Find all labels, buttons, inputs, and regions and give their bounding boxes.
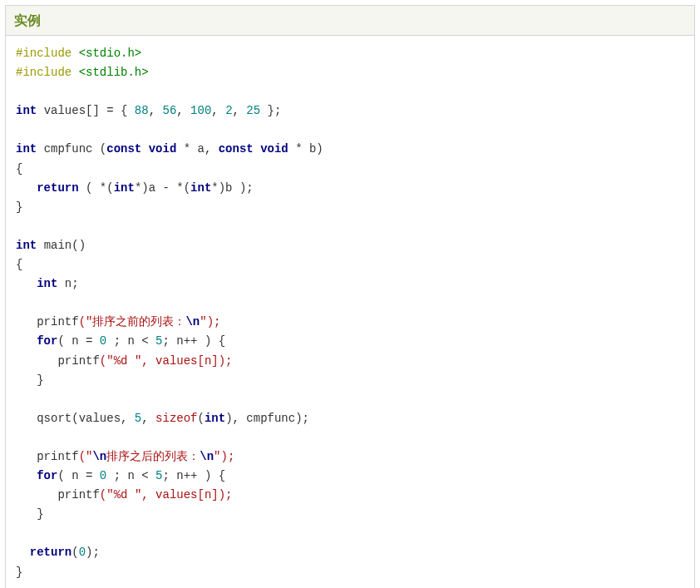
cmp-paren-open: ( bbox=[92, 142, 106, 156]
array-close: }; bbox=[260, 104, 281, 117]
comma4: , bbox=[233, 104, 247, 117]
comma3: , bbox=[211, 104, 225, 117]
str-open-1: (" bbox=[79, 315, 93, 329]
comma1: , bbox=[149, 104, 163, 117]
num-100: 100 bbox=[190, 104, 211, 117]
indent-2 bbox=[16, 277, 37, 290]
num-0c: 0 bbox=[79, 546, 86, 559]
kw-sizeof: sizeof bbox=[155, 412, 197, 425]
brace-close-for2: } bbox=[37, 507, 43, 521]
for-open-2: ( n = bbox=[57, 469, 99, 482]
indent-7 bbox=[16, 412, 37, 425]
qs-int-open: ( bbox=[198, 412, 205, 425]
qs-open: (values, bbox=[71, 412, 135, 425]
kw-const-1: const bbox=[106, 142, 141, 156]
str-text-1: 排序之前的列表： bbox=[92, 315, 185, 329]
array-open: [] = { bbox=[86, 104, 135, 117]
num-2: 2 bbox=[225, 104, 232, 117]
cmp-a: * a, bbox=[176, 142, 218, 156]
kw-int-2: int bbox=[16, 142, 37, 156]
ret-expr-1: ( *( bbox=[79, 181, 114, 195]
for-end-1: ; n++ ) { bbox=[162, 334, 225, 348]
brace-open-2: { bbox=[16, 258, 22, 271]
preproc-include-1: #include bbox=[16, 47, 71, 60]
include-header-2: <stdlib.h> bbox=[79, 66, 149, 79]
str-close-1: "); bbox=[200, 315, 220, 329]
call-printf-2: printf bbox=[57, 354, 99, 368]
num-0a: 0 bbox=[100, 334, 106, 348]
kw-void-1: void bbox=[149, 142, 177, 156]
for-end-2: ; n++ ) { bbox=[162, 469, 225, 482]
kw-const-2: const bbox=[219, 142, 254, 156]
cmp-b: * b) bbox=[288, 142, 323, 156]
indent-8 bbox=[16, 450, 37, 463]
str-open-2: (" bbox=[100, 354, 114, 368]
id-values: values bbox=[44, 104, 86, 117]
esc-n-1: \n bbox=[185, 315, 200, 329]
indent-10 bbox=[16, 488, 57, 502]
qs-comma: , bbox=[141, 412, 155, 425]
indent-6 bbox=[16, 373, 37, 387]
kw-int-3: int bbox=[16, 239, 37, 252]
example-title: 实例 bbox=[6, 6, 694, 36]
comma2: , bbox=[176, 104, 190, 117]
call-printf-1: printf bbox=[37, 315, 78, 329]
ret-mid-2: *)b ); bbox=[211, 181, 253, 195]
kw-return-1: return bbox=[37, 181, 78, 195]
esc-n-3: \n bbox=[200, 450, 214, 463]
decl-n: n; bbox=[57, 277, 78, 290]
ret-mid-1: *)a - *( bbox=[135, 181, 190, 195]
kw-void-2: void bbox=[260, 142, 288, 156]
cast-int-2: int bbox=[190, 181, 211, 195]
id-main: main bbox=[44, 239, 72, 252]
indent-9 bbox=[16, 469, 37, 482]
str-close-2: ", values[n]); bbox=[135, 354, 233, 368]
indent-3 bbox=[16, 315, 37, 329]
example-container: 实例 #include <stdio.h> #include <stdlib.h… bbox=[5, 5, 695, 588]
num-56: 56 bbox=[162, 104, 176, 117]
brace-close-for1: } bbox=[37, 373, 43, 387]
call-qsort: qsort bbox=[37, 412, 71, 425]
str-text-3: 排序之后的列表： bbox=[106, 450, 200, 463]
indent-5 bbox=[16, 354, 57, 368]
preproc-include-2: #include bbox=[16, 66, 71, 79]
kw-int-4: int bbox=[37, 277, 57, 290]
ret0-open: ( bbox=[71, 546, 78, 559]
kw-int: int bbox=[16, 104, 37, 117]
num-5b: 5 bbox=[135, 412, 141, 425]
num-0b: 0 bbox=[100, 469, 106, 482]
for-mid-2: ; n < bbox=[106, 469, 155, 482]
brace-close-1: } bbox=[16, 200, 22, 214]
brace-open-1: { bbox=[16, 162, 22, 175]
num-88: 88 bbox=[135, 104, 149, 117]
call-printf-3: printf bbox=[37, 450, 78, 463]
for-open-1: ( n = bbox=[57, 334, 99, 348]
main-parens: () bbox=[71, 239, 86, 252]
esc-n-2: \n bbox=[92, 450, 106, 463]
code-block: #include <stdio.h> #include <stdlib.h> i… bbox=[6, 36, 694, 588]
include-header-1: <stdio.h> bbox=[79, 47, 142, 60]
kw-for-1: for bbox=[37, 334, 57, 348]
cast-int-1: int bbox=[114, 181, 135, 195]
str-close-3: "); bbox=[214, 450, 234, 463]
num-25: 25 bbox=[246, 104, 260, 117]
indent-4 bbox=[16, 334, 37, 348]
sizeof-int: int bbox=[205, 412, 225, 425]
indent-1 bbox=[16, 181, 37, 195]
qs-int-close: ), cmpfunc); bbox=[225, 412, 309, 425]
id-cmpfunc: cmpfunc bbox=[44, 142, 93, 156]
ret0-close: ); bbox=[86, 546, 100, 559]
str-open-3: (" bbox=[79, 450, 93, 463]
brace-close-main: } bbox=[16, 566, 22, 579]
call-printf-4: printf bbox=[57, 488, 99, 502]
for-mid-1: ; n < bbox=[106, 334, 155, 348]
indent-11 bbox=[16, 507, 37, 521]
kw-return-2: return bbox=[30, 546, 71, 559]
str-open-4: (" bbox=[100, 488, 114, 502]
str-close-4: ", values[n]); bbox=[135, 488, 233, 502]
kw-for-2: for bbox=[37, 469, 57, 482]
str-fmt-2: %d bbox=[114, 354, 135, 368]
str-fmt-4: %d bbox=[114, 488, 135, 502]
